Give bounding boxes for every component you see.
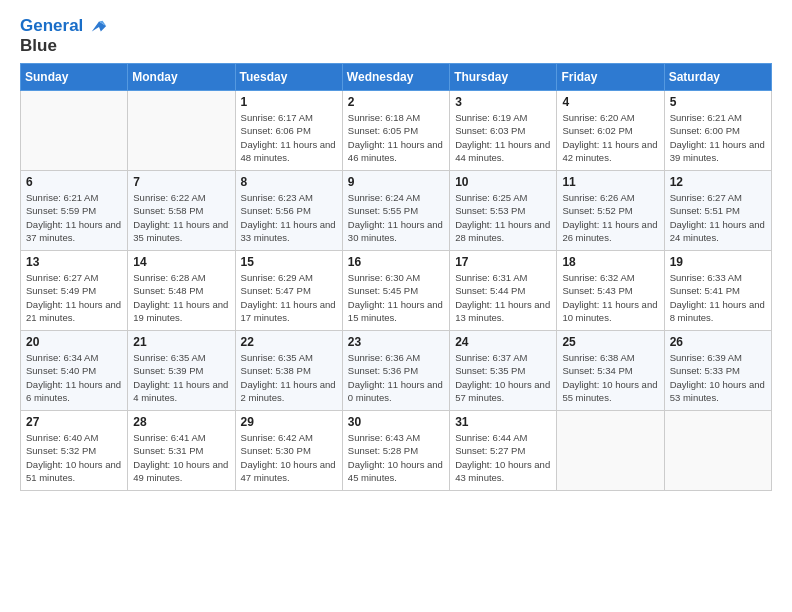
day-info: Sunrise: 6:27 AMSunset: 5:49 PMDaylight:… (26, 271, 122, 324)
day-number: 19 (670, 255, 766, 269)
calendar-cell (664, 411, 771, 491)
day-info: Sunrise: 6:39 AMSunset: 5:33 PMDaylight:… (670, 351, 766, 404)
day-number: 29 (241, 415, 337, 429)
day-info: Sunrise: 6:38 AMSunset: 5:34 PMDaylight:… (562, 351, 658, 404)
day-number: 1 (241, 95, 337, 109)
weekday-header-tuesday: Tuesday (235, 64, 342, 91)
day-info: Sunrise: 6:44 AMSunset: 5:27 PMDaylight:… (455, 431, 551, 484)
day-number: 20 (26, 335, 122, 349)
day-number: 4 (562, 95, 658, 109)
weekday-header-wednesday: Wednesday (342, 64, 449, 91)
day-info: Sunrise: 6:34 AMSunset: 5:40 PMDaylight:… (26, 351, 122, 404)
day-info: Sunrise: 6:36 AMSunset: 5:36 PMDaylight:… (348, 351, 444, 404)
page: General Blue SundayMondayTuesdayWednesda… (0, 0, 792, 612)
day-info: Sunrise: 6:27 AMSunset: 5:51 PMDaylight:… (670, 191, 766, 244)
day-number: 2 (348, 95, 444, 109)
logo: General Blue (20, 16, 108, 55)
calendar-cell: 23Sunrise: 6:36 AMSunset: 5:36 PMDayligh… (342, 331, 449, 411)
day-number: 7 (133, 175, 229, 189)
calendar-cell: 6Sunrise: 6:21 AMSunset: 5:59 PMDaylight… (21, 171, 128, 251)
day-info: Sunrise: 6:43 AMSunset: 5:28 PMDaylight:… (348, 431, 444, 484)
calendar-cell: 5Sunrise: 6:21 AMSunset: 6:00 PMDaylight… (664, 91, 771, 171)
weekday-header-friday: Friday (557, 64, 664, 91)
calendar-cell: 30Sunrise: 6:43 AMSunset: 5:28 PMDayligh… (342, 411, 449, 491)
calendar-cell: 2Sunrise: 6:18 AMSunset: 6:05 PMDaylight… (342, 91, 449, 171)
day-number: 21 (133, 335, 229, 349)
calendar-cell: 16Sunrise: 6:30 AMSunset: 5:45 PMDayligh… (342, 251, 449, 331)
calendar-cell: 28Sunrise: 6:41 AMSunset: 5:31 PMDayligh… (128, 411, 235, 491)
week-row-4: 27Sunrise: 6:40 AMSunset: 5:32 PMDayligh… (21, 411, 772, 491)
day-number: 9 (348, 175, 444, 189)
calendar-cell: 24Sunrise: 6:37 AMSunset: 5:35 PMDayligh… (450, 331, 557, 411)
day-number: 11 (562, 175, 658, 189)
weekday-header-sunday: Sunday (21, 64, 128, 91)
calendar-cell: 20Sunrise: 6:34 AMSunset: 5:40 PMDayligh… (21, 331, 128, 411)
calendar-cell: 4Sunrise: 6:20 AMSunset: 6:02 PMDaylight… (557, 91, 664, 171)
day-info: Sunrise: 6:28 AMSunset: 5:48 PMDaylight:… (133, 271, 229, 324)
day-number: 22 (241, 335, 337, 349)
day-info: Sunrise: 6:31 AMSunset: 5:44 PMDaylight:… (455, 271, 551, 324)
day-number: 24 (455, 335, 551, 349)
calendar-cell: 27Sunrise: 6:40 AMSunset: 5:32 PMDayligh… (21, 411, 128, 491)
day-info: Sunrise: 6:22 AMSunset: 5:58 PMDaylight:… (133, 191, 229, 244)
day-info: Sunrise: 6:35 AMSunset: 5:39 PMDaylight:… (133, 351, 229, 404)
day-info: Sunrise: 6:26 AMSunset: 5:52 PMDaylight:… (562, 191, 658, 244)
logo-text: General (20, 16, 108, 36)
day-number: 16 (348, 255, 444, 269)
week-row-1: 6Sunrise: 6:21 AMSunset: 5:59 PMDaylight… (21, 171, 772, 251)
day-info: Sunrise: 6:20 AMSunset: 6:02 PMDaylight:… (562, 111, 658, 164)
day-info: Sunrise: 6:23 AMSunset: 5:56 PMDaylight:… (241, 191, 337, 244)
weekday-header-row: SundayMondayTuesdayWednesdayThursdayFrid… (21, 64, 772, 91)
day-number: 23 (348, 335, 444, 349)
calendar-cell: 21Sunrise: 6:35 AMSunset: 5:39 PMDayligh… (128, 331, 235, 411)
day-info: Sunrise: 6:24 AMSunset: 5:55 PMDaylight:… (348, 191, 444, 244)
day-info: Sunrise: 6:30 AMSunset: 5:45 PMDaylight:… (348, 271, 444, 324)
calendar-cell: 10Sunrise: 6:25 AMSunset: 5:53 PMDayligh… (450, 171, 557, 251)
week-row-3: 20Sunrise: 6:34 AMSunset: 5:40 PMDayligh… (21, 331, 772, 411)
weekday-header-monday: Monday (128, 64, 235, 91)
day-info: Sunrise: 6:42 AMSunset: 5:30 PMDaylight:… (241, 431, 337, 484)
day-number: 18 (562, 255, 658, 269)
calendar-cell: 22Sunrise: 6:35 AMSunset: 5:38 PMDayligh… (235, 331, 342, 411)
calendar-cell: 29Sunrise: 6:42 AMSunset: 5:30 PMDayligh… (235, 411, 342, 491)
calendar-cell: 3Sunrise: 6:19 AMSunset: 6:03 PMDaylight… (450, 91, 557, 171)
header: General Blue (20, 16, 772, 55)
day-info: Sunrise: 6:29 AMSunset: 5:47 PMDaylight:… (241, 271, 337, 324)
day-info: Sunrise: 6:19 AMSunset: 6:03 PMDaylight:… (455, 111, 551, 164)
calendar-cell: 18Sunrise: 6:32 AMSunset: 5:43 PMDayligh… (557, 251, 664, 331)
day-info: Sunrise: 6:33 AMSunset: 5:41 PMDaylight:… (670, 271, 766, 324)
calendar-cell: 1Sunrise: 6:17 AMSunset: 6:06 PMDaylight… (235, 91, 342, 171)
calendar-cell: 11Sunrise: 6:26 AMSunset: 5:52 PMDayligh… (557, 171, 664, 251)
calendar-cell: 31Sunrise: 6:44 AMSunset: 5:27 PMDayligh… (450, 411, 557, 491)
weekday-header-saturday: Saturday (664, 64, 771, 91)
day-info: Sunrise: 6:21 AMSunset: 6:00 PMDaylight:… (670, 111, 766, 164)
logo-bird-icon (90, 18, 108, 36)
day-number: 13 (26, 255, 122, 269)
day-number: 15 (241, 255, 337, 269)
day-info: Sunrise: 6:40 AMSunset: 5:32 PMDaylight:… (26, 431, 122, 484)
week-row-2: 13Sunrise: 6:27 AMSunset: 5:49 PMDayligh… (21, 251, 772, 331)
calendar-cell (128, 91, 235, 171)
day-info: Sunrise: 6:18 AMSunset: 6:05 PMDaylight:… (348, 111, 444, 164)
day-info: Sunrise: 6:21 AMSunset: 5:59 PMDaylight:… (26, 191, 122, 244)
day-number: 6 (26, 175, 122, 189)
day-number: 3 (455, 95, 551, 109)
calendar-cell: 7Sunrise: 6:22 AMSunset: 5:58 PMDaylight… (128, 171, 235, 251)
calendar-cell: 25Sunrise: 6:38 AMSunset: 5:34 PMDayligh… (557, 331, 664, 411)
day-info: Sunrise: 6:35 AMSunset: 5:38 PMDaylight:… (241, 351, 337, 404)
logo-blue-text: Blue (20, 36, 108, 56)
day-info: Sunrise: 6:25 AMSunset: 5:53 PMDaylight:… (455, 191, 551, 244)
calendar-cell: 15Sunrise: 6:29 AMSunset: 5:47 PMDayligh… (235, 251, 342, 331)
day-number: 30 (348, 415, 444, 429)
day-number: 27 (26, 415, 122, 429)
day-number: 5 (670, 95, 766, 109)
calendar-cell: 17Sunrise: 6:31 AMSunset: 5:44 PMDayligh… (450, 251, 557, 331)
day-info: Sunrise: 6:17 AMSunset: 6:06 PMDaylight:… (241, 111, 337, 164)
day-number: 14 (133, 255, 229, 269)
calendar-cell: 26Sunrise: 6:39 AMSunset: 5:33 PMDayligh… (664, 331, 771, 411)
day-number: 12 (670, 175, 766, 189)
calendar-cell (557, 411, 664, 491)
day-number: 10 (455, 175, 551, 189)
day-info: Sunrise: 6:37 AMSunset: 5:35 PMDaylight:… (455, 351, 551, 404)
calendar-cell: 12Sunrise: 6:27 AMSunset: 5:51 PMDayligh… (664, 171, 771, 251)
